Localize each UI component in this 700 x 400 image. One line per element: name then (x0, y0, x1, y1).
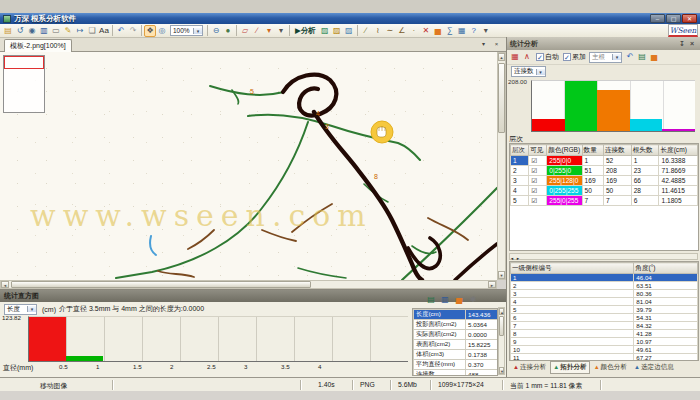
draw-polyline-icon[interactable]: ≀ (372, 25, 384, 37)
table-cell[interactable]: 4 (511, 186, 529, 196)
edit-pencil-icon[interactable]: ✎ (62, 25, 74, 37)
table-cell[interactable]: 81.04 (634, 298, 698, 306)
overview-navigator[interactable] (3, 55, 45, 113)
table-cell[interactable]: 11.4615 (659, 186, 698, 196)
table-cell[interactable]: 7 (582, 196, 603, 206)
table-cell[interactable]: 143.436 (466, 310, 498, 320)
column-header[interactable]: 颜色(RGB) (547, 145, 582, 156)
undo-icon[interactable]: ↶ (115, 25, 127, 37)
color-swatch-cell[interactable]: 255|0|255 (547, 196, 582, 206)
table-row[interactable]: 481.04 (511, 298, 698, 306)
batch-3-icon[interactable]: ▨ (343, 25, 355, 37)
auto-checkbox[interactable]: ✓ (536, 53, 544, 61)
table-cell[interactable]: 9 (511, 338, 634, 346)
overlay-checkbox[interactable]: ✓ (563, 53, 571, 61)
save-result-icon[interactable]: ▥ (439, 294, 451, 306)
table-cell[interactable]: 2 (511, 166, 529, 176)
color-swatch-cell[interactable]: 0|255|0 (547, 166, 582, 176)
table-row[interactable]: 1☑255|0|0152116.3388 (511, 156, 698, 166)
table-cell[interactable]: 39.79 (634, 306, 698, 314)
pane-menu-button[interactable]: ▾ (478, 40, 489, 50)
copy-page-icon[interactable]: ❏ (86, 25, 98, 37)
table-cell[interactable]: 4 (511, 298, 634, 306)
table-cell[interactable]: 1 (511, 156, 529, 166)
table-row[interactable]: 380.36 (511, 290, 698, 298)
column-header[interactable]: 根头数 (631, 145, 659, 156)
table-cell[interactable]: 1 (582, 156, 603, 166)
print-icon[interactable]: ▭ (50, 25, 62, 37)
table-cell[interactable]: 10 (511, 346, 634, 354)
table-row[interactable]: 2☑0|255|0512082371.8669 (511, 166, 698, 176)
table-cell[interactable]: 488 (466, 370, 498, 377)
table-cell[interactable]: 42.4885 (659, 176, 698, 186)
table-row[interactable]: 654.31 (511, 314, 698, 322)
table-cell[interactable]: 66 (631, 176, 659, 186)
column-header[interactable]: 层次 (511, 145, 529, 156)
pin-icon[interactable]: ↧ (677, 39, 687, 49)
table-cell[interactable]: 6 (511, 314, 634, 322)
redo-icon[interactable]: ↷ (127, 25, 139, 37)
table-cell[interactable]: 23 (631, 166, 659, 176)
table-row[interactable]: 263.51 (511, 282, 698, 290)
table-cell[interactable]: 169 (603, 176, 631, 186)
table-cell[interactable]: 84.32 (634, 322, 698, 330)
table-cell[interactable]: 5 (511, 196, 529, 206)
export-data-icon[interactable]: ▤ (425, 294, 437, 306)
reload-icon[interactable]: ↺ (14, 25, 26, 37)
table-cell[interactable]: 16.3388 (659, 156, 698, 166)
image-canvas[interactable]: 5 4 3 8 www.wseen.com (0, 52, 497, 280)
chart-icon[interactable]: ▅ (648, 51, 660, 63)
table-cell[interactable]: 50 (603, 186, 631, 196)
pan-hand-tool-icon[interactable]: ❖ (144, 25, 156, 37)
table-cell[interactable]: 28 (631, 186, 659, 196)
help-icon[interactable]: ? (468, 25, 480, 37)
table-row[interactable]: 表面积(cm2)15.8225 (414, 340, 498, 350)
table-cell[interactable]: 169 (582, 176, 603, 186)
table-row[interactable]: 实际面积(cm2)0.0000 (414, 330, 498, 340)
export-icon[interactable]: ↦ (74, 25, 86, 37)
batch-2-icon[interactable]: ▨ (331, 25, 343, 37)
table-cell[interactable]: 41.28 (634, 330, 698, 338)
table-cell[interactable]: 2 (511, 282, 634, 290)
scroll-thumb[interactable] (499, 316, 504, 336)
help-dropdown-icon[interactable]: ▾ (480, 25, 492, 37)
select-region-icon[interactable]: ▱ (239, 25, 251, 37)
zoom-out-icon[interactable]: ⊖ (210, 25, 222, 37)
table-cell[interactable]: 52 (603, 156, 631, 166)
table-cell[interactable]: 3 (511, 176, 529, 186)
table-row[interactable]: 体积(cm3)0.1738 (414, 350, 498, 360)
histogram-metric-select[interactable]: 长度▾ (4, 304, 37, 315)
scroll-thumb[interactable] (11, 281, 311, 288)
table-cell[interactable]: ☑ (529, 176, 547, 186)
table-row[interactable]: 长度(cm)143.436 (414, 310, 498, 320)
color-swatch-cell[interactable]: 255|128|0 (547, 176, 582, 186)
close-button[interactable]: ✕ (682, 14, 697, 23)
table-cell[interactable]: 5 (511, 306, 634, 314)
table-row[interactable]: 146.04 (511, 274, 698, 282)
analyze-button[interactable]: ▶分析 (292, 26, 319, 36)
scroll-up-arrow[interactable]: ▲ (499, 308, 504, 315)
draw-point-icon[interactable]: · (408, 25, 420, 37)
table-cell[interactable]: 208 (603, 166, 631, 176)
camera-capture-icon[interactable]: ◉ (26, 25, 38, 37)
settings-gear-icon[interactable]: ✱ (467, 294, 479, 306)
table-cell[interactable]: ☑ (529, 166, 547, 176)
table-cell[interactable]: 80.36 (634, 290, 698, 298)
color-swatch-cell[interactable]: 255|0|0 (547, 156, 582, 166)
table-row[interactable]: 投影面积(cm2)5.0364 (414, 320, 498, 330)
undo-icon[interactable]: ↶ (624, 51, 636, 63)
table-cell[interactable]: ☑ (529, 156, 547, 166)
root-type-select[interactable]: 主根▾ (589, 52, 622, 63)
table-cell[interactable]: 0.370 (466, 360, 498, 370)
table-cell[interactable]: 1.1805 (659, 196, 698, 206)
panel-tab-连接分析[interactable]: ▲连接分析 (510, 361, 549, 374)
table-cell[interactable]: 3 (511, 290, 634, 298)
metric-select[interactable]: 连接数▾ (511, 66, 546, 77)
zoom-tool-icon[interactable]: ◎ (156, 25, 168, 37)
table-cell[interactable]: 实际面积(cm2) (414, 330, 466, 340)
table-cell[interactable]: 长度(cm) (414, 310, 466, 320)
table-row[interactable]: 平均直径(mm)0.370 (414, 360, 498, 370)
table-cell[interactable]: 1 (631, 156, 659, 166)
table-cell[interactable]: 体积(cm3) (414, 350, 466, 360)
color-swatch-cell[interactable]: 0|255|255 (547, 186, 582, 196)
